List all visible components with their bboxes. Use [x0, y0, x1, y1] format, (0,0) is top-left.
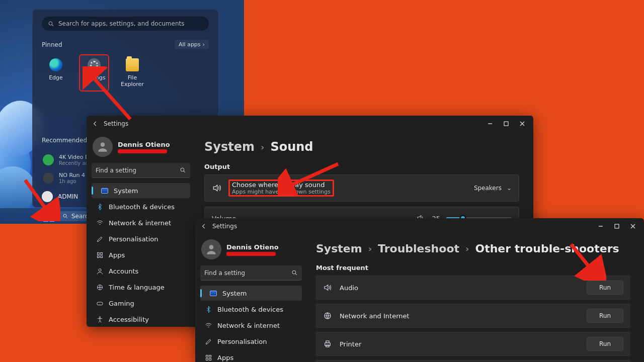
svg-rect-19: [97, 302, 102, 305]
nav-personalisation[interactable]: Personalisation: [200, 334, 302, 349]
titlebar[interactable]: Settings: [195, 218, 644, 234]
chevron-right-icon: ›: [465, 243, 469, 254]
maximize-button[interactable]: [499, 118, 513, 129]
edge-icon: [49, 58, 62, 71]
all-apps-button[interactable]: All apps ›: [175, 40, 209, 49]
back-icon[interactable]: [92, 120, 99, 127]
brush-icon: [96, 235, 104, 243]
settings-icon: [88, 58, 101, 71]
svg-line-3: [52, 25, 53, 26]
svg-rect-13: [97, 252, 99, 254]
wifi-icon: [96, 219, 104, 227]
user-name: Dennis Otieno: [226, 243, 279, 251]
nav-bluetooth[interactable]: Bluetooth & devices: [200, 302, 302, 317]
chevron-down-icon: ⌄: [507, 185, 512, 192]
speaker-icon: [212, 183, 222, 193]
close-button[interactable]: [626, 221, 640, 232]
svg-line-12: [184, 171, 185, 172]
search-icon: [180, 167, 186, 173]
app-icon: [43, 154, 54, 165]
speaker-icon: [323, 283, 333, 293]
nav-gaming[interactable]: Gaming: [92, 296, 190, 311]
user-avatar[interactable]: [42, 191, 53, 202]
user-avatar[interactable]: [201, 239, 221, 259]
run-button[interactable]: Run: [587, 281, 623, 295]
svg-point-24: [292, 270, 296, 274]
crumb-system[interactable]: System: [204, 140, 255, 154]
printer-icon: [323, 339, 333, 349]
window-title: Settings: [212, 223, 237, 230]
nav-accessibility[interactable]: Accessibility: [92, 312, 190, 327]
accessibility-icon: [96, 316, 104, 323]
file-explorer-icon: [126, 58, 139, 71]
pinned-heading: Pinned: [42, 41, 62, 48]
nav-accounts[interactable]: Accounts: [92, 263, 190, 279]
back-icon[interactable]: [200, 223, 207, 230]
find-setting-input[interactable]: Find a setting: [92, 163, 190, 178]
find-setting-input[interactable]: Find a setting: [200, 265, 302, 281]
titlebar[interactable]: Settings: [87, 116, 533, 132]
svg-point-11: [181, 168, 184, 171]
pinned-app-edge[interactable]: Edge: [42, 55, 70, 90]
user-name: Dennis Otieno: [118, 141, 170, 148]
clock-globe-icon: [96, 284, 104, 291]
nav-apps[interactable]: Apps: [200, 350, 302, 362]
start-search[interactable]: Search for apps, settings, and documents: [42, 17, 209, 31]
crumb-troubleshoot[interactable]: Troubleshoot: [378, 242, 459, 255]
system-icon: [101, 188, 108, 194]
wifi-icon: [205, 322, 212, 329]
svg-rect-9: [504, 122, 508, 126]
apps-icon: [96, 251, 104, 259]
run-button[interactable]: Run: [587, 309, 623, 323]
search-icon: [62, 213, 68, 219]
nav-system[interactable]: System: [92, 183, 190, 198]
troubleshooter-audio: Audio Run: [316, 276, 630, 300]
output-device-card[interactable]: Choose where to play sound Apps might ha…: [204, 174, 519, 202]
brush-icon: [205, 338, 212, 345]
nav-time-language[interactable]: Time & language: [92, 280, 190, 295]
apps-icon: [205, 354, 212, 361]
run-button[interactable]: Run: [587, 337, 623, 351]
start-button[interactable]: [43, 211, 54, 222]
crumb-sound: Sound: [270, 140, 313, 154]
settings-window-troubleshoot: Settings Dennis Otieno Find a setting: [195, 218, 644, 362]
content-pane: System › Troubleshoot › Other trouble-sh…: [307, 234, 644, 362]
user-avatar[interactable]: [93, 137, 113, 157]
svg-point-0: [63, 214, 66, 217]
svg-rect-27: [209, 355, 211, 357]
pinned-app-file-explorer[interactable]: File Explorer: [118, 55, 146, 90]
svg-rect-29: [209, 358, 211, 360]
nav-system[interactable]: System: [200, 286, 302, 301]
nav-network[interactable]: Network & internet: [92, 215, 190, 230]
svg-rect-26: [206, 355, 208, 357]
svg-rect-16: [100, 255, 102, 257]
window-title: Settings: [104, 120, 128, 127]
minimize-button[interactable]: [594, 221, 608, 232]
minimize-button[interactable]: [483, 118, 497, 129]
nav-bluetooth[interactable]: Bluetooth & devices: [92, 199, 190, 214]
app-icon: [43, 172, 54, 184]
sidebar: Dennis Otieno Find a setting System Blue…: [87, 132, 195, 327]
svg-rect-14: [100, 252, 102, 254]
pinned-app-settings[interactable]: Settings: [80, 55, 108, 90]
troubleshooter-printer: Printer Run: [316, 332, 630, 356]
gamepad-icon: [96, 300, 104, 307]
close-button[interactable]: [515, 118, 529, 129]
sidebar: Dennis Otieno Find a setting System Blue…: [195, 234, 307, 362]
svg-line-25: [295, 274, 297, 275]
bluetooth-icon: [96, 203, 104, 211]
output-device-value: Speakers: [474, 185, 502, 192]
nav-apps[interactable]: Apps: [92, 247, 190, 262]
svg-rect-15: [97, 255, 99, 257]
start-search-placeholder: Search for apps, settings, and documents: [58, 20, 185, 27]
svg-rect-33: [326, 341, 329, 343]
crumb-system[interactable]: System: [316, 242, 362, 255]
section-most-frequent: Most frequent: [316, 264, 630, 272]
section-output-label: Output: [204, 163, 519, 170]
nav-network[interactable]: Network & internet: [200, 318, 302, 333]
chevron-right-icon: ›: [368, 243, 372, 254]
maximize-button[interactable]: [610, 221, 624, 232]
nav-personalisation[interactable]: Personalisation: [92, 231, 190, 246]
svg-point-23: [209, 245, 214, 249]
svg-point-10: [101, 142, 105, 147]
